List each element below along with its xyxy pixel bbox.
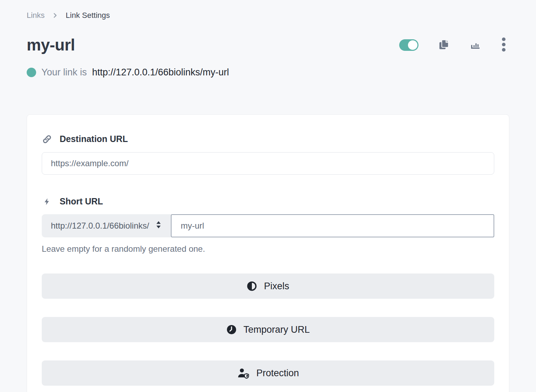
temporary-url-section-button[interactable]: Temporary URL (42, 317, 494, 342)
link-active-toggle[interactable] (399, 39, 418, 51)
temporary-url-label: Temporary URL (243, 324, 310, 335)
breadcrumb-item-links[interactable]: Links (27, 11, 45, 20)
bar-chart-icon (470, 39, 481, 51)
breadcrumb: Links Link Settings (27, 0, 509, 20)
copy-icon (438, 39, 450, 52)
short-url-group: http://127.0.0.1/66biolinks/ (42, 214, 494, 237)
link-status-line: Your link is http://127.0.0.1/66biolinks… (27, 67, 509, 78)
page-title: my-url (27, 35, 75, 54)
header-actions (399, 37, 509, 53)
destination-url-input[interactable] (42, 152, 494, 175)
link-chain-icon (42, 134, 52, 144)
short-url-help: Leave empty for a randomly generated one… (42, 244, 494, 254)
toggle-knob (408, 40, 417, 50)
status-dot (27, 68, 36, 77)
destination-url-field: Destination URL (42, 134, 494, 175)
short-url-label: Short URL (42, 196, 494, 207)
short-url-input[interactable] (171, 214, 494, 237)
select-caret-icon (155, 221, 162, 231)
protection-label: Protection (256, 368, 299, 379)
pixels-label: Pixels (264, 281, 289, 292)
chevron-right-icon (52, 12, 59, 19)
link-settings-card: Destination URL Short URL http://127.0.0… (27, 114, 509, 392)
page-header: my-url (27, 35, 509, 54)
pixels-section-button[interactable]: Pixels (42, 273, 494, 299)
domain-select-value: http://127.0.0.1/66biolinks/ (51, 221, 149, 231)
breadcrumb-item-current: Link Settings (66, 11, 110, 20)
lightning-bolt-icon (42, 197, 52, 206)
short-link-url[interactable]: http://127.0.0.1/66biolinks/my-url (92, 67, 229, 78)
destination-url-label: Destination URL (42, 134, 494, 144)
adjust-icon (247, 281, 257, 291)
short-url-label-text: Short URL (60, 196, 103, 207)
statistics-button[interactable] (470, 39, 481, 51)
link-settings-page: Links Link Settings my-url (0, 0, 536, 392)
kebab-menu-icon (501, 37, 507, 53)
domain-select[interactable]: http://127.0.0.1/66biolinks/ (42, 214, 171, 237)
clock-icon (226, 324, 237, 335)
more-options-button[interactable] (501, 37, 507, 53)
destination-url-label-text: Destination URL (60, 134, 128, 144)
copy-link-button[interactable] (438, 39, 450, 52)
link-status-prefix: Your link is (41, 67, 87, 78)
user-shield-icon (237, 367, 250, 379)
protection-section-button[interactable]: Protection (42, 360, 494, 386)
short-url-field: Short URL http://127.0.0.1/66biolinks/ L… (42, 196, 494, 254)
